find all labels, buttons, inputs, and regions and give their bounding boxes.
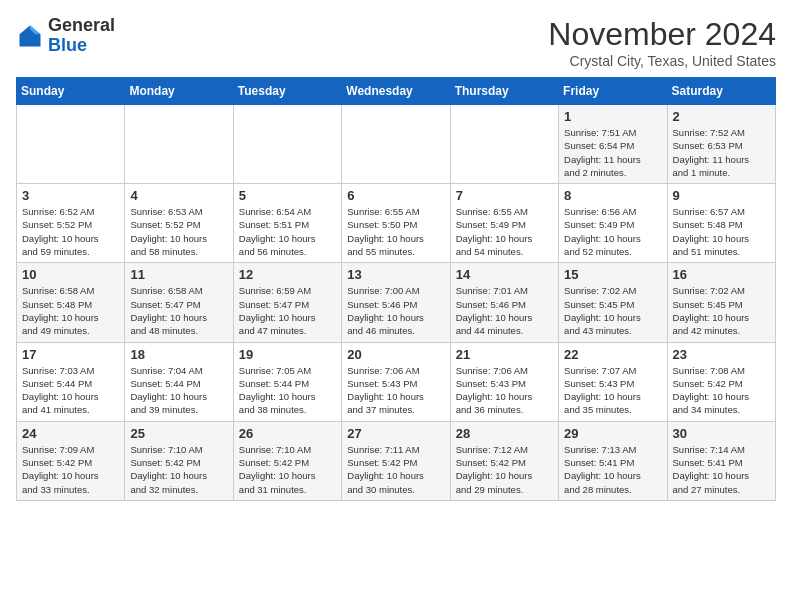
weekday-header: Friday bbox=[559, 78, 667, 105]
logo-blue: Blue bbox=[48, 35, 87, 55]
page-header: General Blue November 2024 Crystal City,… bbox=[16, 16, 776, 69]
calendar-cell bbox=[17, 105, 125, 184]
weekday-header: Sunday bbox=[17, 78, 125, 105]
day-number: 25 bbox=[130, 426, 227, 441]
calendar-cell: 13Sunrise: 7:00 AM Sunset: 5:46 PM Dayli… bbox=[342, 263, 450, 342]
logo-icon bbox=[16, 22, 44, 50]
day-number: 16 bbox=[673, 267, 770, 282]
day-number: 10 bbox=[22, 267, 119, 282]
calendar-cell: 11Sunrise: 6:58 AM Sunset: 5:47 PM Dayli… bbox=[125, 263, 233, 342]
calendar-cell: 24Sunrise: 7:09 AM Sunset: 5:42 PM Dayli… bbox=[17, 421, 125, 500]
weekday-header: Thursday bbox=[450, 78, 558, 105]
calendar-week-row: 24Sunrise: 7:09 AM Sunset: 5:42 PM Dayli… bbox=[17, 421, 776, 500]
calendar-cell bbox=[125, 105, 233, 184]
day-info: Sunrise: 7:09 AM Sunset: 5:42 PM Dayligh… bbox=[22, 443, 119, 496]
location-subtitle: Crystal City, Texas, United States bbox=[548, 53, 776, 69]
day-number: 15 bbox=[564, 267, 661, 282]
day-number: 17 bbox=[22, 347, 119, 362]
day-info: Sunrise: 7:07 AM Sunset: 5:43 PM Dayligh… bbox=[564, 364, 661, 417]
calendar-cell: 8Sunrise: 6:56 AM Sunset: 5:49 PM Daylig… bbox=[559, 184, 667, 263]
day-info: Sunrise: 6:55 AM Sunset: 5:49 PM Dayligh… bbox=[456, 205, 553, 258]
calendar-cell: 9Sunrise: 6:57 AM Sunset: 5:48 PM Daylig… bbox=[667, 184, 775, 263]
calendar-cell: 4Sunrise: 6:53 AM Sunset: 5:52 PM Daylig… bbox=[125, 184, 233, 263]
day-number: 11 bbox=[130, 267, 227, 282]
day-info: Sunrise: 6:57 AM Sunset: 5:48 PM Dayligh… bbox=[673, 205, 770, 258]
calendar-week-row: 1Sunrise: 7:51 AM Sunset: 6:54 PM Daylig… bbox=[17, 105, 776, 184]
day-info: Sunrise: 7:10 AM Sunset: 5:42 PM Dayligh… bbox=[130, 443, 227, 496]
day-info: Sunrise: 7:00 AM Sunset: 5:46 PM Dayligh… bbox=[347, 284, 444, 337]
calendar-cell: 28Sunrise: 7:12 AM Sunset: 5:42 PM Dayli… bbox=[450, 421, 558, 500]
day-number: 27 bbox=[347, 426, 444, 441]
day-info: Sunrise: 6:53 AM Sunset: 5:52 PM Dayligh… bbox=[130, 205, 227, 258]
day-number: 21 bbox=[456, 347, 553, 362]
day-info: Sunrise: 7:06 AM Sunset: 5:43 PM Dayligh… bbox=[347, 364, 444, 417]
logo-general: General bbox=[48, 15, 115, 35]
day-info: Sunrise: 7:13 AM Sunset: 5:41 PM Dayligh… bbox=[564, 443, 661, 496]
day-info: Sunrise: 6:58 AM Sunset: 5:48 PM Dayligh… bbox=[22, 284, 119, 337]
day-info: Sunrise: 7:11 AM Sunset: 5:42 PM Dayligh… bbox=[347, 443, 444, 496]
calendar-cell: 16Sunrise: 7:02 AM Sunset: 5:45 PM Dayli… bbox=[667, 263, 775, 342]
month-title: November 2024 bbox=[548, 16, 776, 53]
day-info: Sunrise: 6:55 AM Sunset: 5:50 PM Dayligh… bbox=[347, 205, 444, 258]
day-info: Sunrise: 7:06 AM Sunset: 5:43 PM Dayligh… bbox=[456, 364, 553, 417]
day-number: 28 bbox=[456, 426, 553, 441]
day-number: 7 bbox=[456, 188, 553, 203]
day-info: Sunrise: 6:58 AM Sunset: 5:47 PM Dayligh… bbox=[130, 284, 227, 337]
calendar-cell: 29Sunrise: 7:13 AM Sunset: 5:41 PM Dayli… bbox=[559, 421, 667, 500]
day-number: 14 bbox=[456, 267, 553, 282]
calendar-cell: 17Sunrise: 7:03 AM Sunset: 5:44 PM Dayli… bbox=[17, 342, 125, 421]
calendar-cell: 1Sunrise: 7:51 AM Sunset: 6:54 PM Daylig… bbox=[559, 105, 667, 184]
day-number: 19 bbox=[239, 347, 336, 362]
day-number: 6 bbox=[347, 188, 444, 203]
calendar-cell: 22Sunrise: 7:07 AM Sunset: 5:43 PM Dayli… bbox=[559, 342, 667, 421]
calendar-cell: 27Sunrise: 7:11 AM Sunset: 5:42 PM Dayli… bbox=[342, 421, 450, 500]
calendar-cell: 7Sunrise: 6:55 AM Sunset: 5:49 PM Daylig… bbox=[450, 184, 558, 263]
day-info: Sunrise: 7:04 AM Sunset: 5:44 PM Dayligh… bbox=[130, 364, 227, 417]
day-info: Sunrise: 6:56 AM Sunset: 5:49 PM Dayligh… bbox=[564, 205, 661, 258]
weekday-header: Saturday bbox=[667, 78, 775, 105]
day-number: 30 bbox=[673, 426, 770, 441]
calendar-cell: 19Sunrise: 7:05 AM Sunset: 5:44 PM Dayli… bbox=[233, 342, 341, 421]
weekday-header: Tuesday bbox=[233, 78, 341, 105]
calendar-cell: 3Sunrise: 6:52 AM Sunset: 5:52 PM Daylig… bbox=[17, 184, 125, 263]
calendar-cell: 6Sunrise: 6:55 AM Sunset: 5:50 PM Daylig… bbox=[342, 184, 450, 263]
day-info: Sunrise: 6:59 AM Sunset: 5:47 PM Dayligh… bbox=[239, 284, 336, 337]
day-number: 22 bbox=[564, 347, 661, 362]
day-number: 26 bbox=[239, 426, 336, 441]
day-info: Sunrise: 7:02 AM Sunset: 5:45 PM Dayligh… bbox=[564, 284, 661, 337]
calendar-cell: 15Sunrise: 7:02 AM Sunset: 5:45 PM Dayli… bbox=[559, 263, 667, 342]
day-info: Sunrise: 7:08 AM Sunset: 5:42 PM Dayligh… bbox=[673, 364, 770, 417]
day-number: 4 bbox=[130, 188, 227, 203]
calendar-cell bbox=[342, 105, 450, 184]
calendar-cell: 18Sunrise: 7:04 AM Sunset: 5:44 PM Dayli… bbox=[125, 342, 233, 421]
day-info: Sunrise: 6:54 AM Sunset: 5:51 PM Dayligh… bbox=[239, 205, 336, 258]
calendar-cell: 30Sunrise: 7:14 AM Sunset: 5:41 PM Dayli… bbox=[667, 421, 775, 500]
calendar-cell: 21Sunrise: 7:06 AM Sunset: 5:43 PM Dayli… bbox=[450, 342, 558, 421]
day-number: 8 bbox=[564, 188, 661, 203]
calendar-cell: 23Sunrise: 7:08 AM Sunset: 5:42 PM Dayli… bbox=[667, 342, 775, 421]
day-info: Sunrise: 7:52 AM Sunset: 6:53 PM Dayligh… bbox=[673, 126, 770, 179]
day-number: 23 bbox=[673, 347, 770, 362]
calendar-cell: 2Sunrise: 7:52 AM Sunset: 6:53 PM Daylig… bbox=[667, 105, 775, 184]
day-number: 13 bbox=[347, 267, 444, 282]
calendar-table: SundayMondayTuesdayWednesdayThursdayFrid… bbox=[16, 77, 776, 501]
day-info: Sunrise: 7:14 AM Sunset: 5:41 PM Dayligh… bbox=[673, 443, 770, 496]
day-number: 29 bbox=[564, 426, 661, 441]
day-number: 1 bbox=[564, 109, 661, 124]
day-info: Sunrise: 6:52 AM Sunset: 5:52 PM Dayligh… bbox=[22, 205, 119, 258]
calendar-cell: 5Sunrise: 6:54 AM Sunset: 5:51 PM Daylig… bbox=[233, 184, 341, 263]
day-info: Sunrise: 7:51 AM Sunset: 6:54 PM Dayligh… bbox=[564, 126, 661, 179]
calendar-week-row: 17Sunrise: 7:03 AM Sunset: 5:44 PM Dayli… bbox=[17, 342, 776, 421]
day-number: 12 bbox=[239, 267, 336, 282]
day-number: 18 bbox=[130, 347, 227, 362]
day-number: 9 bbox=[673, 188, 770, 203]
calendar-cell: 10Sunrise: 6:58 AM Sunset: 5:48 PM Dayli… bbox=[17, 263, 125, 342]
calendar-week-row: 3Sunrise: 6:52 AM Sunset: 5:52 PM Daylig… bbox=[17, 184, 776, 263]
weekday-header: Wednesday bbox=[342, 78, 450, 105]
calendar-cell: 26Sunrise: 7:10 AM Sunset: 5:42 PM Dayli… bbox=[233, 421, 341, 500]
calendar-cell: 12Sunrise: 6:59 AM Sunset: 5:47 PM Dayli… bbox=[233, 263, 341, 342]
title-block: November 2024 Crystal City, Texas, Unite… bbox=[548, 16, 776, 69]
day-number: 3 bbox=[22, 188, 119, 203]
day-number: 20 bbox=[347, 347, 444, 362]
day-number: 5 bbox=[239, 188, 336, 203]
